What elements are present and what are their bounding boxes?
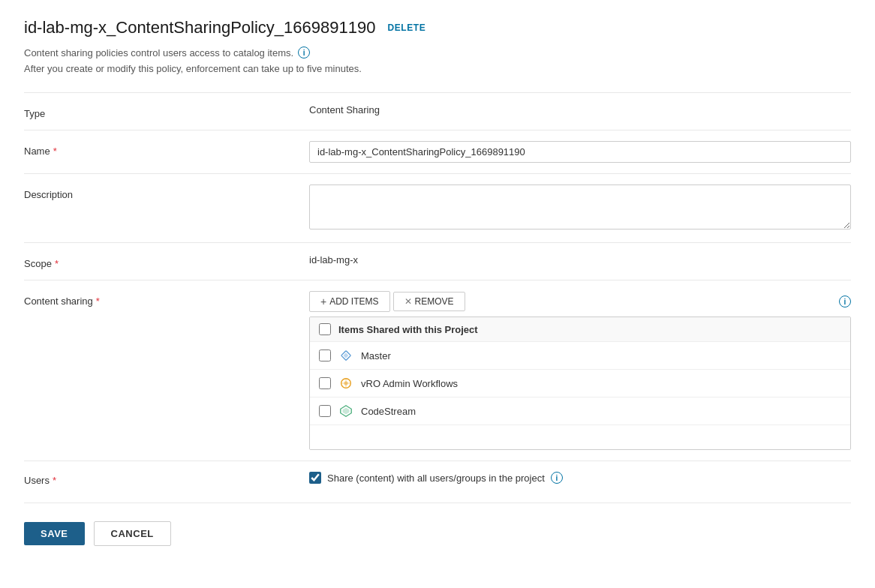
codestream-label: CodeStream bbox=[361, 406, 416, 417]
master-checkbox[interactable] bbox=[319, 350, 331, 362]
name-label: Name * bbox=[24, 141, 309, 157]
table-empty-row bbox=[310, 425, 850, 449]
scope-field-container: id-lab-mg-x bbox=[309, 254, 851, 266]
name-required-star: * bbox=[53, 146, 57, 157]
svg-rect-1 bbox=[343, 352, 348, 358]
name-field-container bbox=[309, 141, 851, 163]
name-input[interactable] bbox=[309, 141, 851, 163]
content-sharing-required-star: * bbox=[96, 296, 100, 307]
master-icon bbox=[338, 348, 353, 363]
policy-form: Type Content Sharing Name * Description bbox=[24, 92, 851, 496]
type-value: Content Sharing bbox=[309, 100, 380, 116]
info-icon-users[interactable]: i bbox=[551, 472, 563, 484]
notice-text: After you create or modify this policy, … bbox=[24, 63, 851, 74]
scope-row: Scope * id-lab-mg-x bbox=[24, 242, 851, 280]
add-items-button[interactable]: + ADD ITEMS bbox=[309, 291, 390, 312]
info-icon-desc[interactable]: i bbox=[298, 46, 310, 58]
type-label: Type bbox=[24, 104, 309, 119]
plus-icon: + bbox=[320, 296, 326, 308]
page-header: id-lab-mg-x_ContentSharingPolicy_1669891… bbox=[24, 18, 851, 38]
page-title: id-lab-mg-x_ContentSharingPolicy_1669891… bbox=[24, 18, 375, 38]
description-input[interactable] bbox=[309, 184, 851, 230]
delete-button[interactable]: DELETE bbox=[387, 22, 425, 33]
type-row: Type Content Sharing bbox=[24, 92, 851, 130]
footer-actions: SAVE CANCEL bbox=[24, 502, 851, 546]
table-header-row: Items Shared with this Project bbox=[310, 317, 850, 342]
description-line1: Content sharing policies control users a… bbox=[24, 46, 851, 58]
x-icon: ✕ bbox=[404, 296, 412, 307]
codestream-checkbox[interactable] bbox=[319, 405, 331, 417]
content-sharing-label: Content sharing * bbox=[24, 291, 309, 307]
description-label: Description bbox=[24, 184, 309, 200]
users-row: Users * Share (content) with all users/g… bbox=[24, 460, 851, 496]
remove-button[interactable]: ✕ REMOVE bbox=[393, 292, 465, 311]
cancel-button[interactable]: CANCEL bbox=[94, 521, 171, 546]
scope-required-star: * bbox=[55, 258, 59, 269]
svg-marker-7 bbox=[343, 408, 350, 415]
share-checkbox[interactable] bbox=[309, 472, 321, 484]
content-sharing-area: + ADD ITEMS ✕ REMOVE i Items Shared with… bbox=[309, 291, 851, 450]
vro-icon bbox=[338, 376, 353, 391]
items-table: Items Shared with this Project Master bbox=[309, 316, 851, 450]
scope-value: id-lab-mg-x bbox=[309, 250, 358, 266]
content-sharing-action-bar: + ADD ITEMS ✕ REMOVE i bbox=[309, 291, 851, 312]
table-row: CodeStream bbox=[310, 398, 850, 425]
table-row: Master bbox=[310, 342, 850, 370]
share-label: Share (content) with all users/groups in… bbox=[327, 472, 545, 484]
table-row: vRO Admin Workflows bbox=[310, 370, 850, 398]
scope-label: Scope * bbox=[24, 254, 309, 269]
vro-label: vRO Admin Workflows bbox=[361, 378, 458, 389]
users-control: Share (content) with all users/groups in… bbox=[309, 472, 851, 484]
info-icon-content-sharing[interactable]: i bbox=[839, 296, 851, 308]
users-label: Users * bbox=[24, 472, 309, 486]
vro-checkbox[interactable] bbox=[319, 377, 331, 389]
save-button[interactable]: SAVE bbox=[24, 522, 85, 545]
header-checkbox[interactable] bbox=[319, 323, 331, 335]
codestream-icon bbox=[338, 404, 353, 418]
content-sharing-row: Content sharing * + ADD ITEMS ✕ REMOVE i bbox=[24, 280, 851, 460]
name-row: Name * bbox=[24, 130, 851, 173]
description-field-container bbox=[309, 184, 851, 232]
description-row: Description bbox=[24, 173, 851, 242]
master-label: Master bbox=[361, 350, 391, 362]
users-required-star: * bbox=[53, 475, 56, 486]
table-header-label: Items Shared with this Project bbox=[338, 324, 478, 335]
